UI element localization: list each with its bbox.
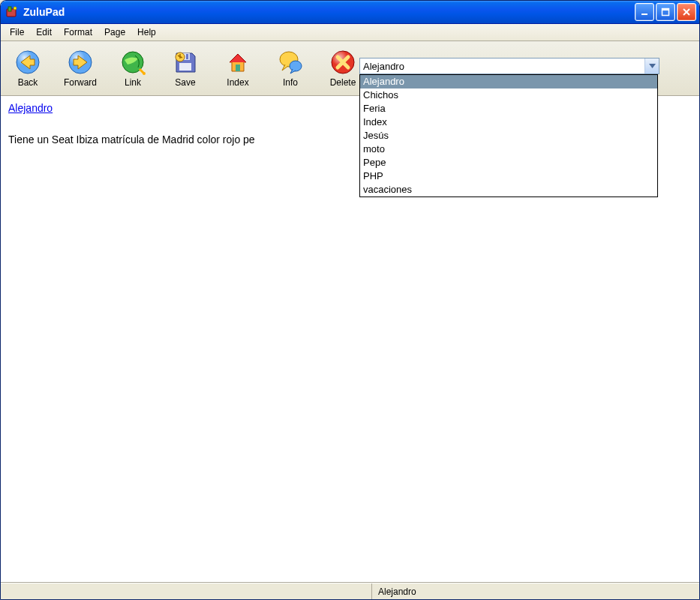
menu-file[interactable]: File: [4, 26, 30, 39]
statusbar: Alejandro: [1, 583, 699, 600]
page-selector-dropdown: Alejandro Chichos Feria Index Jesús moto…: [359, 74, 658, 197]
dropdown-option[interactable]: Jesús: [360, 129, 657, 142]
app-window: ZuluPad File Edit Format Page Help: [0, 0, 700, 600]
titlebar[interactable]: ZuluPad: [1, 1, 699, 24]
close-button[interactable]: [677, 3, 696, 21]
save-label: Save: [175, 77, 195, 88]
dropdown-option[interactable]: moto: [360, 142, 657, 156]
window-controls: [635, 3, 696, 21]
toolbar: Back Forward: [1, 41, 699, 96]
back-label: Back: [18, 77, 38, 88]
menu-format[interactable]: Format: [58, 26, 98, 39]
svg-rect-14: [179, 63, 191, 70]
minimize-button[interactable]: [635, 3, 654, 21]
save-button[interactable]: Save: [164, 49, 206, 88]
link-label: Link: [125, 77, 141, 88]
arrow-left-icon: [14, 49, 41, 76]
forward-label: Forward: [64, 77, 97, 88]
maximize-button[interactable]: [656, 3, 675, 21]
menu-edit[interactable]: Edit: [30, 26, 58, 39]
statusbar-page-name: Alejandro: [371, 584, 422, 600]
info-bubble-icon: [277, 49, 304, 76]
menu-help[interactable]: Help: [131, 26, 162, 39]
info-label: Info: [283, 77, 298, 88]
index-button[interactable]: Index: [217, 49, 259, 88]
home-icon: [224, 49, 251, 76]
statusbar-left: [1, 584, 371, 600]
svg-point-11: [143, 72, 146, 75]
svg-rect-1: [8, 7, 11, 11]
floppy-icon: [172, 49, 199, 76]
chevron-down-icon[interactable]: [644, 58, 659, 74]
svg-rect-16: [236, 64, 240, 71]
dropdown-option[interactable]: Index: [360, 116, 657, 129]
forward-button[interactable]: Forward: [59, 49, 101, 88]
link-globe-icon: [119, 49, 146, 76]
delete-label: Delete: [330, 77, 356, 88]
dropdown-option[interactable]: Alejandro: [360, 75, 657, 88]
svg-rect-13: [186, 54, 188, 59]
svg-point-2: [14, 7, 17, 10]
back-button[interactable]: Back: [7, 49, 49, 88]
page-selector-value: Alejandro: [360, 61, 644, 72]
svg-rect-3: [641, 14, 647, 15]
dropdown-option[interactable]: Pepe: [360, 156, 657, 170]
dropdown-option[interactable]: vacaciones: [360, 183, 657, 196]
menu-page[interactable]: Page: [98, 26, 131, 39]
page-selector-combo[interactable]: Alejandro: [359, 58, 659, 74]
page-selector: Alejandro Alejandro Chichos Feria Index …: [359, 58, 659, 74]
arrow-right-icon: [67, 49, 94, 76]
dropdown-option[interactable]: PHP: [360, 170, 657, 183]
toolbar-buttons: Back Forward: [7, 49, 364, 88]
dropdown-option[interactable]: Chichos: [360, 88, 657, 102]
wiki-link[interactable]: Alejandro: [8, 102, 53, 114]
link-button[interactable]: Link: [112, 49, 154, 88]
info-button[interactable]: Info: [269, 49, 311, 88]
index-label: Index: [227, 77, 248, 88]
delete-button[interactable]: Delete: [322, 49, 364, 88]
delete-x-icon: [329, 49, 356, 76]
svg-point-18: [290, 61, 302, 71]
menubar: File Edit Format Page Help: [1, 24, 699, 41]
window-title: ZuluPad: [23, 6, 635, 18]
dropdown-option[interactable]: Feria: [360, 102, 657, 116]
svg-rect-5: [662, 9, 669, 11]
app-icon: [5, 5, 19, 19]
